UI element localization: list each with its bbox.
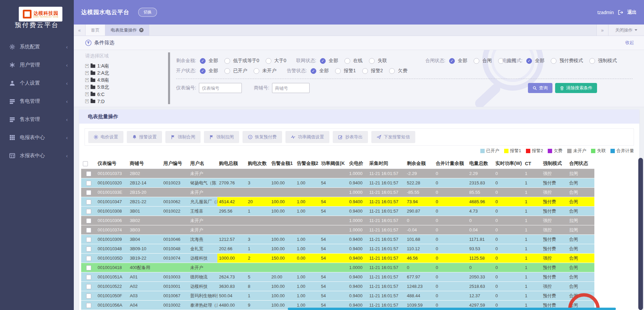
radio-option-label[interactable]: 全部 [535,58,544,64]
radio-option-label[interactable]: 预付费模式 [559,58,583,64]
radio-option-label[interactable]: 大于0 [274,58,286,64]
radio-option-label[interactable]: 合闸 [482,58,492,64]
radio-unchecked[interactable] [224,58,230,64]
sidebar-item-2[interactable]: 个人设置‹ [0,74,74,92]
logout-icon[interactable] [618,10,623,15]
radio-option-label[interactable]: 失联 [378,58,387,64]
vertical-scrollbar[interactable] [638,158,643,310]
sidebar-item-0[interactable]: 系统配置‹ [0,38,74,56]
row-checkbox[interactable] [86,171,91,176]
sidebar-item-4[interactable]: 售水管理‹ [0,110,74,128]
tree-node-label[interactable]: 2:A北 [97,70,109,76]
tree-node-0[interactable]: +1:A南 [85,62,166,70]
radio-option-label[interactable]: 报警1 [344,68,356,74]
clear-search-button[interactable]: 清除搜索条件 [555,83,597,93]
sidebar-item-5[interactable]: 电报表中心‹ [0,128,74,146]
collapse-filter-link[interactable]: 收起 [625,40,634,46]
tree-node-4[interactable]: +6:C [85,91,166,98]
radio-unchecked[interactable] [551,58,556,64]
radio-unchecked[interactable] [589,58,595,64]
tree-node-label[interactable]: 7:D [97,99,105,104]
radio-unchecked[interactable] [254,68,259,74]
toolbar-button-5[interactable]: 功率阈值设置 [285,131,329,143]
radio-option-label[interactable]: 在线 [353,58,363,64]
toolbar-button-4[interactable]: 恢复预付费 [243,131,282,143]
tree-node-1[interactable]: +2:A北 [85,70,166,77]
radio-option-label[interactable]: 未开户 [262,68,276,74]
scroll-tabs-left-icon[interactable]: « [74,25,86,36]
sidebar-item-1[interactable]: 用户管理‹ [0,56,74,74]
toolbar-button-7[interactable]: 下发报警短信 [371,131,415,143]
radio-unchecked[interactable] [266,58,271,64]
tree-node-label[interactable]: 5:B北 [97,84,109,90]
toolbar-button-0[interactable]: 电价设置 [88,131,123,143]
toolbar-button-3[interactable]: 强制拉闸 [204,131,239,143]
close-operations-dropdown[interactable]: 关闭操作 [608,25,644,36]
row-checkbox[interactable] [86,190,91,195]
row-checkbox[interactable] [86,265,91,270]
row-checkbox[interactable] [86,228,91,233]
splitter-handle[interactable] [168,52,170,104]
tree-expander-icon[interactable]: + [85,78,89,82]
tree-expander-icon[interactable]: + [85,64,89,68]
tab-1[interactable]: 电表批量操作✕ [105,25,149,36]
tree-node-label[interactable]: 1:A南 [97,63,109,69]
radio-unchecked[interactable] [474,58,479,64]
tree-node-2[interactable]: +4:B南 [85,77,166,84]
radio-option-label[interactable]: 报警2 [371,68,383,74]
radio-unchecked[interactable] [369,58,375,64]
radio-checked[interactable]: ✓ [449,58,455,64]
radio-unchecked[interactable] [224,68,230,74]
tree-node-label[interactable]: 6:C [97,92,105,97]
radio-option-label[interactable]: 欠费 [398,68,407,74]
toolbar-button-6[interactable]: 抄表导出 [333,131,368,143]
scroll-tabs-right-icon[interactable]: » [596,25,608,36]
row-checkbox[interactable] [86,284,91,289]
search-button[interactable]: 查询 [528,83,552,93]
radio-option-label[interactable]: 全部 [209,68,218,74]
row-checkbox[interactable] [86,209,91,214]
radio-checked[interactable]: ✓ [200,58,206,64]
radio-option-label[interactable]: 全部 [458,58,467,64]
radio-option-label[interactable]: 已开户 [233,68,247,74]
radio-option-label[interactable]: 全部 [329,58,338,64]
username[interactable]: tzadmin [597,10,614,15]
radio-unchecked[interactable] [389,68,395,74]
row-checkbox[interactable] [86,181,91,186]
row-checkbox[interactable] [86,275,91,280]
radio-option-label[interactable]: 低于或等于0 [233,58,259,64]
sidebar-item-3[interactable]: 售电管理‹ [0,92,74,110]
shop-no-input[interactable] [272,83,310,93]
meter-no-input[interactable] [199,83,242,93]
sidebar-item-6[interactable]: 水报表中心‹ [0,146,74,165]
tree-node-label[interactable]: 4:B南 [97,77,109,83]
toolbar-button-2[interactable]: 强制合闸 [165,131,201,143]
switch-button[interactable]: 切换 [138,8,157,17]
tab-close-icon[interactable]: ✕ [139,28,144,32]
row-checkbox[interactable] [86,256,91,261]
tree-expander-icon[interactable]: + [85,85,89,89]
row-checkbox[interactable] [86,237,91,242]
radio-unchecked[interactable] [344,58,350,64]
tree-node-3[interactable]: +5:B北 [85,84,166,91]
radio-checked[interactable]: ✓ [200,68,206,74]
row-checkbox[interactable] [86,247,91,252]
toolbar-button-1[interactable]: 报警设置 [127,131,162,143]
radio-option-label[interactable]: 强制模式 [598,58,617,64]
logout-button[interactable]: 退出 [627,9,637,15]
row-checkbox[interactable] [86,294,91,299]
tree-expander-icon[interactable]: + [85,92,89,96]
radio-checked[interactable]: ✓ [320,58,326,64]
tree-node-5[interactable]: +7:D [85,98,166,105]
radio-checked[interactable]: ✓ [311,68,316,74]
tree-expander-icon[interactable]: + [85,71,89,75]
radio-checked[interactable]: ✓ [526,58,532,64]
radio-option-label[interactable]: 全部 [319,68,329,74]
tab-0[interactable]: 首页 [86,25,105,36]
radio-unchecked[interactable] [362,68,368,74]
row-checkbox[interactable] [86,303,91,308]
horizontal-scrollbar[interactable] [288,308,616,310]
radio-option-label[interactable]: 全部 [209,58,218,64]
row-checkbox[interactable] [86,218,91,223]
row-checkbox[interactable] [86,200,91,205]
